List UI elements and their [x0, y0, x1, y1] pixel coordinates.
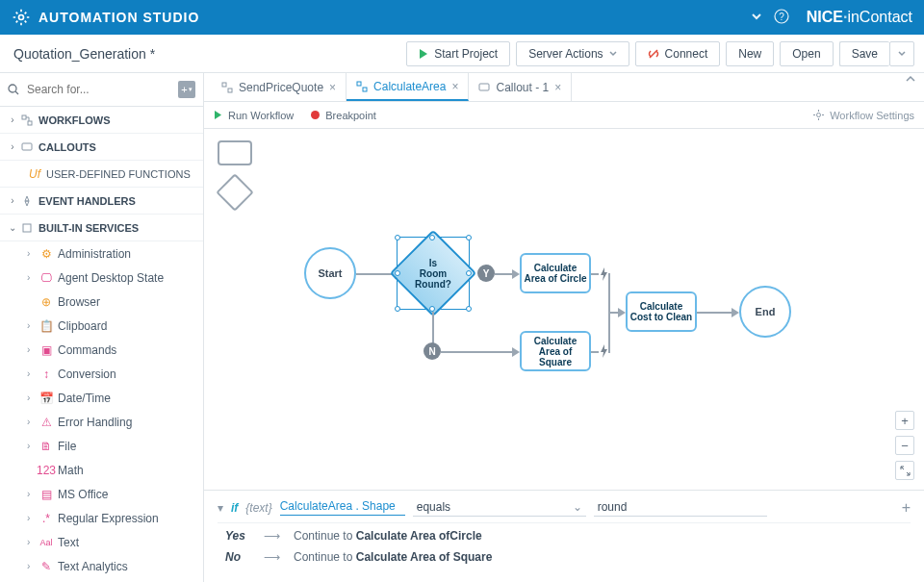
- project-title: Quotation_Generation *: [13, 46, 155, 62]
- itm-msoffice[interactable]: ›▤MS Office: [0, 482, 203, 506]
- svg-rect-6: [22, 143, 32, 150]
- edge: [441, 351, 514, 353]
- palette-rect[interactable]: [218, 140, 252, 165]
- selection-handle[interactable]: [466, 306, 472, 312]
- project-toolbar: Quotation_Generation * Start Project Ser…: [0, 35, 924, 73]
- if-keyword: if: [231, 501, 238, 515]
- cat-udf[interactable]: ›UfUSER-DEFINED FUNCTIONS: [0, 161, 203, 188]
- path-input[interactable]: CalculateArea . Shape: [280, 499, 405, 516]
- svg-point-0: [19, 15, 24, 20]
- svg-point-14: [817, 114, 821, 117]
- chevron-down-icon: [898, 50, 906, 58]
- zoom-controls: + −: [895, 411, 914, 480]
- operator-select[interactable]: equals⌄: [413, 498, 586, 517]
- branch-label: Yes: [225, 529, 250, 543]
- selection-handle[interactable]: [395, 235, 400, 240]
- branch-label: No: [225, 550, 250, 564]
- cat-builtins[interactable]: ⌄BUILT-IN SERVICES: [0, 215, 203, 241]
- connect-button[interactable]: Connect: [635, 41, 721, 66]
- close-icon[interactable]: ×: [451, 80, 458, 93]
- save-button[interactable]: Save: [839, 41, 889, 66]
- zoom-fit-button[interactable]: [895, 461, 914, 480]
- close-icon[interactable]: ×: [329, 81, 336, 94]
- tab-bar: SendPriceQuote× CalculateArea× Callout -…: [204, 73, 924, 102]
- help-button[interactable]: ?: [768, 3, 795, 33]
- sidebar-search: +▾: [0, 73, 203, 107]
- port-yes[interactable]: Y: [477, 265, 495, 282]
- header-dropdown[interactable]: [745, 5, 768, 31]
- itm-textanalytics[interactable]: ›✎Text Analytics: [0, 554, 203, 578]
- workflow-settings-button[interactable]: Workflow Settings: [813, 110, 914, 121]
- add-condition-button[interactable]: +: [902, 499, 911, 517]
- selection-handle[interactable]: [429, 235, 435, 240]
- itm-agent[interactable]: ›🖵Agent Desktop State: [0, 266, 203, 290]
- itm-error[interactable]: ›⚠Error Handling: [0, 410, 203, 434]
- value-input[interactable]: round: [594, 498, 767, 517]
- app-logo: AUTOMATION STUDIO: [12, 8, 199, 27]
- itm-variables[interactable]: ›{x}Variables: [0, 578, 203, 582]
- node-calc-circle[interactable]: Calculate Area of Circle: [520, 253, 591, 293]
- breakpoint-icon: [311, 111, 320, 119]
- port-no[interactable]: N: [424, 342, 441, 360]
- zoom-out-button[interactable]: −: [895, 436, 914, 455]
- cat-events[interactable]: ›EVENT HANDLERS: [0, 188, 203, 215]
- search-input[interactable]: [23, 79, 178, 100]
- selection-handle[interactable]: [466, 235, 472, 240]
- services-icon: [21, 222, 33, 234]
- itm-browser[interactable]: ›⊕Browser: [0, 290, 203, 314]
- itm-datetime[interactable]: ›📅Date/Time: [0, 386, 203, 410]
- itm-regex[interactable]: ›.*Regular Expression: [0, 506, 203, 530]
- flow-canvas[interactable]: Start Is Room Round? Y Calculate Area of…: [204, 129, 924, 490]
- start-project-button[interactable]: Start Project: [406, 41, 510, 66]
- zoom-in-button[interactable]: +: [895, 411, 914, 430]
- branch-yes: Yes ⟶ Continue to Calculate Area ofCircl…: [218, 523, 911, 544]
- condition-panel: ▾ if {text} CalculateArea . Shape equals…: [204, 490, 924, 582]
- help-icon: ?: [774, 9, 789, 24]
- condition-row: ▾ if {text} CalculateArea . Shape equals…: [218, 498, 911, 523]
- cat-callouts[interactable]: ›CALLOUTS: [0, 134, 203, 161]
- itm-admin[interactable]: ›⚙Administration: [0, 241, 203, 266]
- node-start[interactable]: Start: [304, 247, 356, 299]
- terminal-icon: ▣: [38, 343, 54, 357]
- server-actions-button[interactable]: Server Actions: [516, 41, 629, 66]
- branch-target[interactable]: Continue to Calculate Area of Square: [294, 550, 492, 564]
- node-end[interactable]: End: [739, 286, 791, 338]
- workflow-icon: [221, 82, 233, 93]
- open-button[interactable]: Open: [780, 41, 833, 66]
- expand-icon: [900, 466, 911, 476]
- node-calc-square[interactable]: Calculate Area of Square: [520, 331, 591, 371]
- disconnect-icon: [648, 48, 659, 60]
- new-button[interactable]: New: [726, 41, 774, 66]
- canvas-area: SendPriceQuote× CalculateArea× Callout -…: [204, 73, 924, 582]
- workflow-icon: [21, 114, 33, 126]
- selection-handle[interactable]: [395, 306, 400, 312]
- tab-calculatearea[interactable]: CalculateArea×: [346, 73, 469, 101]
- itm-text[interactable]: ›AalText: [0, 530, 203, 554]
- arrow-icon: [618, 308, 626, 317]
- itm-file[interactable]: ›🗎File: [0, 434, 203, 458]
- brand-logo: NICE·inContact: [807, 9, 912, 26]
- add-button[interactable]: +▾: [178, 81, 195, 98]
- svg-point-3: [9, 85, 16, 92]
- close-icon[interactable]: ×: [554, 81, 561, 94]
- breakpoint-button[interactable]: Breakpoint: [311, 110, 376, 121]
- palette-diamond[interactable]: [216, 173, 254, 212]
- itm-conversion[interactable]: ›↕Conversion: [0, 362, 203, 386]
- run-workflow-button[interactable]: Run Workflow: [214, 110, 294, 121]
- tab-sendpricequote[interactable]: SendPriceQuote×: [212, 73, 346, 101]
- itm-math[interactable]: ›123Math: [0, 458, 203, 482]
- tab-callout1[interactable]: Callout - 1×: [469, 73, 572, 101]
- run-bar: Run Workflow Breakpoint Workflow Setting…: [204, 102, 924, 129]
- selection-handle[interactable]: [395, 270, 400, 276]
- itm-commands[interactable]: ›▣Commands: [0, 338, 203, 362]
- collapse-icon[interactable]: ▾: [218, 501, 223, 515]
- selection-handle[interactable]: [466, 270, 472, 276]
- arrow-icon: [512, 269, 520, 279]
- node-condition[interactable]: Is Room Round?: [390, 230, 477, 317]
- svg-rect-4: [22, 115, 26, 119]
- branch-target[interactable]: Continue to Calculate Area ofCircle: [294, 529, 482, 543]
- node-calc-cost[interactable]: Calculate Cost to Clean: [626, 291, 697, 332]
- itm-clipboard[interactable]: ›📋Clipboard: [0, 314, 203, 338]
- cat-workflows[interactable]: ›WORKFLOWS: [0, 107, 203, 134]
- save-dropdown-button[interactable]: [889, 41, 914, 66]
